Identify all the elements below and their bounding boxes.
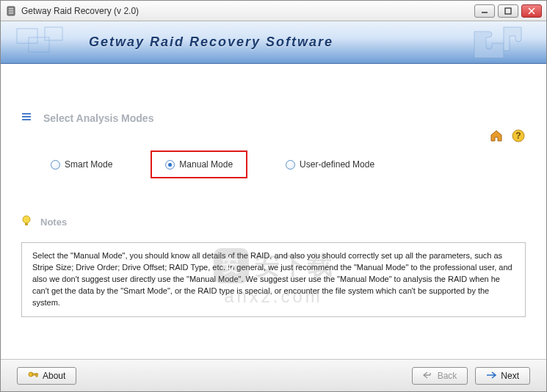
notes-header: Notes bbox=[21, 215, 526, 229]
notes-title: Notes bbox=[40, 217, 67, 228]
radio-smart-mode[interactable]: Smart Mode bbox=[51, 159, 112, 170]
selected-highlight: Manual Mode bbox=[151, 150, 247, 178]
titlebar: Getway Raid Recovery (v 2.0) bbox=[1, 1, 546, 21]
close-button[interactable] bbox=[521, 4, 542, 18]
radio-label: Manual Mode bbox=[179, 159, 233, 170]
radio-indicator bbox=[286, 160, 295, 170]
content-area: ? Select Analysis Modes Smart Mode Manua… bbox=[1, 112, 546, 392]
bulb-icon bbox=[21, 215, 32, 229]
banner-decoration-icon bbox=[15, 26, 74, 59]
about-button[interactable]: About bbox=[17, 367, 76, 385]
arrow-left-icon bbox=[423, 371, 433, 381]
list-icon bbox=[21, 112, 33, 124]
radio-userdefined-mode[interactable]: User-defined Mode bbox=[286, 159, 374, 170]
window-title: Getway Raid Recovery (v 2.0) bbox=[21, 6, 139, 16]
banner: Getway Raid Recovery Software bbox=[1, 21, 546, 64]
home-icon[interactable] bbox=[489, 128, 504, 143]
back-label: Back bbox=[438, 371, 457, 381]
notes-body: Select the "Manual Mode", you should kno… bbox=[21, 242, 526, 317]
svg-rect-3 bbox=[9, 12, 13, 14]
help-icon[interactable]: ? bbox=[511, 128, 526, 143]
minimize-button[interactable] bbox=[474, 4, 495, 18]
radio-manual-mode[interactable]: Manual Mode bbox=[165, 159, 233, 170]
section-title: Select Analysis Modes bbox=[43, 112, 153, 124]
bottom-bar: About Back Next bbox=[1, 359, 546, 391]
svg-rect-2 bbox=[9, 10, 13, 12]
maximize-button[interactable] bbox=[498, 4, 518, 18]
svg-rect-17 bbox=[25, 223, 28, 225]
radio-label: User-defined Mode bbox=[300, 159, 374, 170]
svg-rect-5 bbox=[505, 8, 511, 14]
svg-rect-9 bbox=[29, 37, 49, 52]
banner-title: Getway Raid Recovery Software bbox=[89, 35, 333, 50]
puzzle-icon bbox=[467, 24, 533, 61]
about-label: About bbox=[43, 371, 65, 381]
modes-group: Smart Mode Manual Mode User-defined Mode bbox=[51, 150, 526, 178]
svg-text:?: ? bbox=[515, 131, 521, 141]
next-button[interactable]: Next bbox=[475, 367, 530, 385]
radio-indicator bbox=[165, 160, 175, 170]
svg-point-16 bbox=[23, 216, 30, 223]
svg-rect-8 bbox=[17, 29, 37, 43]
svg-rect-13 bbox=[22, 113, 31, 115]
next-label: Next bbox=[501, 371, 519, 381]
section-header: Select Analysis Modes bbox=[21, 112, 526, 124]
key-icon bbox=[28, 369, 38, 382]
app-icon bbox=[5, 5, 17, 17]
arrow-right-icon bbox=[486, 371, 496, 381]
svg-rect-20 bbox=[36, 374, 37, 377]
back-button[interactable]: Back bbox=[412, 367, 468, 385]
svg-rect-15 bbox=[22, 119, 31, 120]
radio-indicator bbox=[51, 160, 60, 170]
svg-rect-1 bbox=[9, 8, 13, 10]
radio-label: Smart Mode bbox=[65, 159, 112, 170]
svg-rect-10 bbox=[45, 27, 62, 40]
svg-rect-14 bbox=[22, 116, 31, 117]
